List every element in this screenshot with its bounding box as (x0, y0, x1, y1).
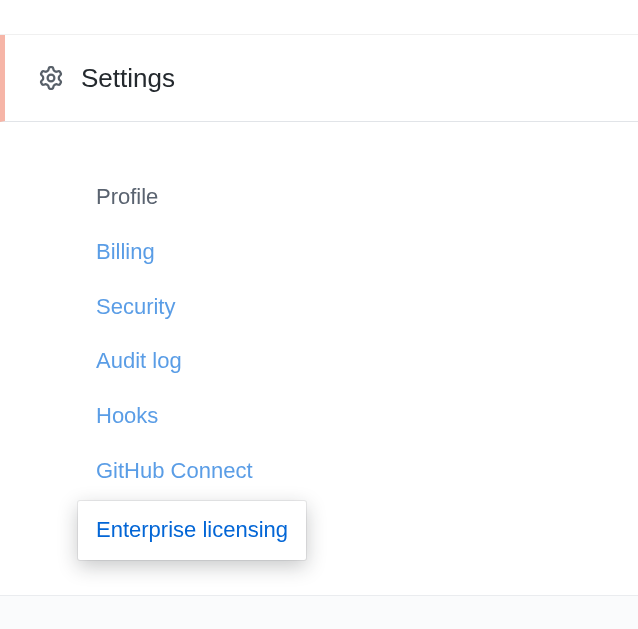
nav-item-profile[interactable]: Profile (80, 170, 638, 225)
bottom-border (0, 595, 638, 629)
settings-nav: Profile Billing Security Audit log Hooks… (0, 122, 638, 560)
nav-item-security[interactable]: Security (80, 280, 638, 335)
nav-item-label: Billing (96, 239, 155, 264)
nav-item-billing[interactable]: Billing (80, 225, 638, 280)
nav-item-label: Hooks (96, 403, 158, 428)
nav-item-label: GitHub Connect (96, 458, 253, 483)
nav-item-label: Audit log (96, 348, 182, 373)
nav-item-hooks[interactable]: Hooks (80, 389, 638, 444)
top-border (0, 0, 638, 35)
nav-item-label: Enterprise licensing (96, 517, 288, 542)
nav-item-enterprise-licensing[interactable]: Enterprise licensing (78, 501, 306, 560)
nav-item-label: Profile (96, 184, 158, 209)
settings-title: Settings (81, 63, 175, 94)
nav-item-github-connect[interactable]: GitHub Connect (80, 444, 638, 499)
nav-item-label: Security (96, 294, 175, 319)
settings-header: Settings (0, 35, 638, 122)
gear-icon (39, 66, 63, 90)
nav-item-audit-log[interactable]: Audit log (80, 334, 638, 389)
